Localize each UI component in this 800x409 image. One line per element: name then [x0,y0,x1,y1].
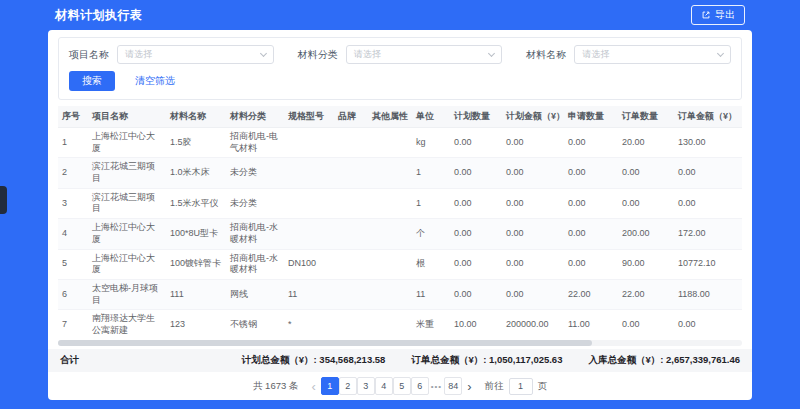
table-cell: 0.00 [564,128,618,158]
table-cell [334,279,368,309]
column-header: 品牌 [334,106,368,128]
table-cell: 200.00 [618,219,674,249]
page-button-4[interactable]: 4 [375,377,393,395]
table-cell: 招商机电-电气材料 [226,128,284,158]
column-header: 其他属性 [368,106,412,128]
table-cell: 0.00 [564,249,618,279]
table-cell: 0.00 [674,310,742,338]
table-cell: 20.00 [618,128,674,158]
table-cell [368,128,412,158]
table-row: 1上海松江中心大厦1.5胶招商机电-电气材料kg0.000.000.0020.0… [58,128,742,158]
table-cell [334,128,368,158]
table-cell: 2 [58,158,88,188]
table-cell [334,158,368,188]
material-name-label: 材料名称 [526,48,566,62]
column-header: 订单数量 [618,106,674,128]
table-cell [284,219,334,249]
pagination-ellipsis[interactable]: ••• [429,382,444,391]
table-cell [284,128,334,158]
pagination-total: 共 1673 条 [253,380,298,393]
table-cell: 米重 [412,310,450,338]
page-button-84[interactable]: 84 [444,377,462,395]
table-cell [334,249,368,279]
page-buttons: 123456•••84 [321,377,462,395]
table-cell: 0.00 [674,158,742,188]
summary-total-label: 合计 [60,354,79,367]
column-header: 计划金额（¥） [502,106,564,128]
page-button-6[interactable]: 6 [411,377,429,395]
table-cell: 3 [58,188,88,218]
sidebar-collapse-handle[interactable] [0,186,7,214]
column-header: 材料名称 [166,106,226,128]
next-page-button[interactable]: › [467,380,471,393]
page-button-5[interactable]: 5 [393,377,411,395]
table-cell: 0.00 [618,310,674,338]
table-row: 4上海松江中心大厦100*8U型卡招商机电-水暖材料个0.000.000.002… [58,219,742,249]
column-header: 材料分类 [226,106,284,128]
summary-total-2-label: 入库总金额（¥）: [588,354,666,365]
table-row: 2滨江花城三期项目1.0米木床未分类10.000.000.000.000.00 [58,158,742,188]
summary-total-2-value: 2,657,339,761.46 [666,354,740,365]
project-name-label: 项目名称 [69,48,109,62]
goto-page-input[interactable] [509,378,533,395]
pagination: 共 1673 条 ‹ 123456•••84 › 前往 页 [48,372,752,400]
table-cell [368,188,412,218]
table-cell [368,310,412,338]
summary-total-1-label: 订单总金额（¥）: [411,354,489,365]
material-category-field: 材料分类请选择 [298,45,503,64]
page-button-3[interactable]: 3 [357,377,375,395]
table-cell: 0.00 [502,279,564,309]
prev-page-button[interactable]: ‹ [311,380,315,393]
goto-label: 前往 [485,380,504,393]
table-cell: 0.00 [502,188,564,218]
table-cell: 0.00 [502,128,564,158]
table-cell: 个 [412,219,450,249]
table-cell: 0.00 [564,219,618,249]
table-cell: 招商机电-水暖材料 [226,219,284,249]
export-label: 导出 [715,8,735,22]
material-category-select[interactable]: 请选择 [346,45,503,64]
table-cell: 0.00 [502,249,564,279]
search-button[interactable]: 搜索 [69,71,115,91]
filter-fields: 项目名称请选择材料分类请选择材料名称请选择 [69,45,731,64]
page-button-2[interactable]: 2 [339,377,357,395]
materials-table: 序号项目名称材料名称材料分类规格型号品牌其他属性单位计划数量计划金额（¥）申请数… [58,106,742,338]
table-cell [284,188,334,218]
table-cell: 0.00 [450,249,502,279]
horizontal-scrollbar[interactable] [58,340,742,346]
project-name-field: 项目名称请选择 [69,45,274,64]
summary-total-0: 计划总金额（¥）: 354,568,213.58 [242,354,386,367]
summary-total-1: 订单总金额（¥）: 1,050,117,025.63 [411,354,562,367]
table-cell: 太空电梯-月球项目 [88,279,166,309]
table-cell: 100镀锌管卡 [166,249,226,279]
table-cell: 0.00 [618,188,674,218]
summary-total-0-label: 计划总金额（¥）: [242,354,320,365]
table-cell: 100*8U型卡 [166,219,226,249]
table-cell: 根 [412,249,450,279]
table-cell [368,219,412,249]
column-header: 单位 [412,106,450,128]
export-button[interactable]: 导出 [691,5,745,25]
table-cell: 90.00 [618,249,674,279]
table-cell: 0.00 [450,158,502,188]
chevron-down-icon [488,50,495,57]
scrollbar-thumb[interactable] [58,340,592,346]
table-cell: 7 [58,310,88,338]
export-icon [701,10,711,20]
table-cell: 111 [166,279,226,309]
table-cell: 22.00 [618,279,674,309]
table-cell: 0.00 [502,219,564,249]
clear-filters-link[interactable]: 清空筛选 [135,74,175,88]
summary-total-1-value: 1,050,117,025.63 [489,354,562,365]
table-cell: 11 [284,279,334,309]
table-cell: 10772.10 [674,249,742,279]
goto-page: 前往 页 [485,378,548,395]
table-row: 5上海松江中心大厦100镀锌管卡招商机电-水暖材料DN100根0.000.000… [58,249,742,279]
page-button-1[interactable]: 1 [321,377,339,395]
table-cell: 上海松江中心大厦 [88,128,166,158]
table-cell: 1 [412,158,450,188]
table-cell: 130.00 [674,128,742,158]
material-name-select[interactable]: 请选择 [574,45,731,64]
project-name-select[interactable]: 请选择 [117,45,274,64]
column-header: 规格型号 [284,106,334,128]
